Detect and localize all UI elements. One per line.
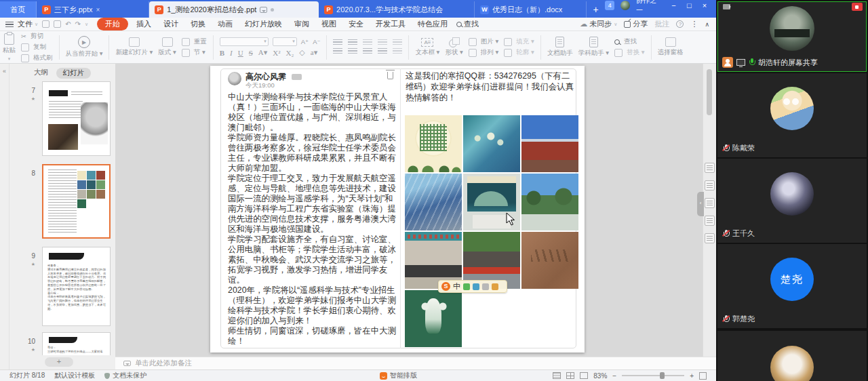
bold-button[interactable]: B [220,49,224,57]
zoom-out-button[interactable]: − [612,372,616,380]
comment-button[interactable]: 批注 [654,19,669,29]
hamburger-icon[interactable] [5,22,14,27]
chart-panel-icon[interactable] [705,198,715,208]
menu-review[interactable]: 审阅 [288,18,315,31]
menu-devtools[interactable]: 开发工具 [370,18,412,31]
apps-badge[interactable]: 4 [605,1,614,10]
subject-assistant-button[interactable]: 学科助手 ▾ [576,37,612,58]
slide-10-thumbnail[interactable]: 寄语： 宣讲时我遇到了理科生的痛点——大家对遥 [42,332,111,355]
chevron-down-icon[interactable]: ∨ [85,22,88,27]
align-center-icon[interactable] [348,48,357,55]
record-badge[interactable] [852,3,863,11]
ime-toolbar[interactable]: S 中 [438,280,507,293]
selection-pane-button[interactable]: 选择窗格 [655,37,686,57]
new-slide-button[interactable]: 新建幻灯片 ▾ [113,37,155,57]
justify-icon[interactable] [378,48,387,55]
menu-home[interactable]: 开始 [97,18,128,31]
slide-9-thumbnail[interactable]: 致青春， 通过不断完善我们建立的各渠道，同学们的加入渐渐变多，提问回答也进行的十… [42,247,111,326]
normal-view-icon[interactable] [553,372,561,379]
resource-panel-icon[interactable] [705,216,715,226]
font-family-select[interactable] [220,37,269,46]
properties-panel-icon[interactable] [705,163,715,173]
tab-doc-1[interactable]: P 三下乡.pptx × [37,1,150,18]
new-tab-button[interactable]: + [589,3,603,16]
help-panel-icon[interactable] [705,233,715,243]
picture-button[interactable]: 图片 ▾ [469,37,498,46]
font-size-select[interactable] [273,37,297,46]
ime-mode-indicator[interactable]: 中 [453,281,460,292]
play-from-current-button[interactable]: ▶从当前开始 ▾ [63,36,106,58]
tab-doc-3[interactable]: P 2020.07.3...学与技术学院总结会 [319,1,475,18]
undo-icon[interactable]: ↶ [65,20,71,28]
text-tools-button[interactable]: a▾ [311,48,317,57]
user-avatar[interactable] [620,1,630,10]
italic-button[interactable]: I [230,49,233,57]
decrease-indent-icon[interactable] [363,39,372,46]
increase-indent-icon[interactable] [378,39,387,46]
notes-bar[interactable]: 单击此处添加备注 [115,357,716,369]
shrink-font-button[interactable]: A⁻ [313,38,320,45]
ime-settings-icon[interactable] [492,283,498,290]
help-icon[interactable]: ? [676,20,684,28]
collapse-ribbon-icon[interactable]: ∧ [705,21,709,28]
zoom-slider-handle[interactable] [660,372,665,379]
superscript-button[interactable]: X² [273,49,280,57]
doc-assistant-button[interactable]: 文档助手 [545,37,576,58]
save-icon[interactable] [42,20,50,28]
file-menu[interactable]: 文件∨ [18,19,38,29]
reset-button[interactable]: 重置 [182,37,207,46]
outline-button[interactable]: 轮廓 ▾ [504,48,534,57]
participant-tile[interactable]: 陈戴荣 [717,73,867,157]
cut-button[interactable]: ✂剪切 [21,32,53,41]
zoom-in-button[interactable]: + [690,372,694,380]
minimize-button[interactable]: − [669,1,679,9]
print-icon[interactable] [54,20,61,28]
participant-tile[interactable] [717,331,867,381]
ime-mic-icon[interactable] [473,283,479,290]
columns-icon[interactable] [393,48,402,55]
tab-doc-4[interactable]: W 优秀日志（新）.docx [475,1,587,18]
ime-keyboard-icon[interactable] [482,283,489,290]
menu-view[interactable]: 视图 [315,18,342,31]
clear-format-button[interactable]: ◇ [299,48,304,57]
close-button[interactable]: × [700,1,709,9]
text-box-button[interactable]: A≡文本框 ▾ [412,38,442,57]
subscript-button[interactable]: X₂ [286,49,294,57]
camera-icon[interactable] [723,4,730,9]
replace-button[interactable]: 替换 ▾ [614,48,644,57]
participant-tile[interactable]: 楚尧 郭楚尧 [717,244,867,328]
bullet-list-icon[interactable] [333,39,342,46]
share-button[interactable]: 分享 [624,19,648,29]
slide-sorter-view-icon[interactable] [566,372,574,379]
section-button[interactable]: 节 ▾ [182,48,207,57]
strikethrough-button[interactable]: S [249,49,253,57]
line-spacing-icon[interactable] [393,39,402,46]
ime-emoji-icon[interactable] [463,283,470,290]
trash-icon[interactable] [387,72,393,79]
redo-icon[interactable]: ↷ [75,20,81,28]
participant-tile[interactable]: 王千久 [717,159,867,243]
editing-canvas[interactable]: 高尔心风霁 今天19:00 中山大学测绘科学与技术学院位于风景宜人（真！）三面环… [115,64,703,357]
menu-special-apps[interactable]: 特色应用 [412,18,454,31]
screen-share-tile[interactable]: 胡浩轩的屏幕共享 [717,1,867,72]
paste-button[interactable]: 粘贴▾ [0,33,18,62]
menu-design[interactable]: 设计 [157,18,184,31]
tab-outline[interactable]: 大纲 [34,68,48,79]
underline-button[interactable]: U [238,49,243,57]
arrange-button[interactable]: 排列 ▾ [469,48,498,57]
vertical-scrollbar[interactable] [707,69,712,115]
layout-button[interactable]: 版式 ▾ [155,37,178,57]
fit-window-icon[interactable] [699,372,707,380]
template-name[interactable]: 默认设计模板 [54,371,95,380]
add-slide-button[interactable]: + [45,357,73,367]
tab-close-icon[interactable]: × [96,6,100,14]
menu-security[interactable]: 安全 [342,18,370,31]
tab-home[interactable]: 首页 [0,1,37,18]
collapse-panel-icon[interactable]: « [0,68,9,75]
more-menu-icon[interactable]: ⋮ [690,20,698,28]
menu-transition[interactable]: 切换 [184,18,212,31]
zoom-slider[interactable] [622,375,684,376]
slide-7-thumbnail[interactable] [42,81,111,156]
copy-button[interactable]: 复制 [21,43,53,52]
align-left-icon[interactable] [333,48,342,55]
